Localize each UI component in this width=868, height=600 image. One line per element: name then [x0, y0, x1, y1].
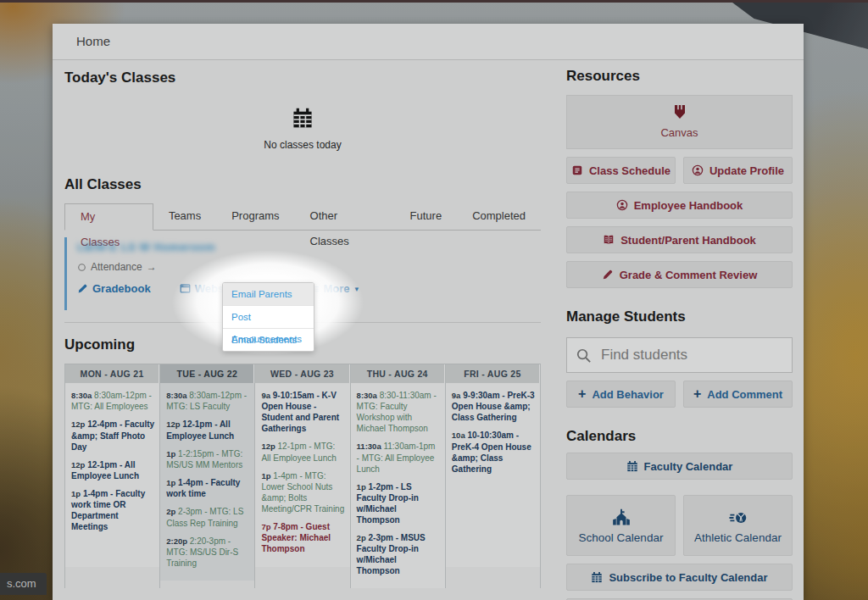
event-link[interactable]: 2:20p 2:20-3pm - MTG: MS/US Dir-S Traini… — [166, 536, 249, 569]
calendar-icon — [626, 460, 638, 472]
student-parent-handbook-button[interactable]: Student/Parent Handbook — [566, 226, 793, 253]
gradebook-button[interactable]: Gradebook — [77, 282, 151, 295]
arrow-right-icon: → — [147, 261, 157, 273]
event-link[interactable]: 8:30a 8:30am-12pm - MTG: All Employees — [71, 390, 154, 412]
event-link[interactable]: 8:30a 8:30am-12pm - MTG: LS Faculty — [166, 390, 249, 412]
event-time: 10a — [452, 431, 465, 440]
class-tabs: My ClassesTeamsProgramsOther ClassesFutu… — [64, 203, 541, 231]
manage-buttons-row: +Add Behavior+Add Comment — [566, 381, 793, 408]
tab-programs[interactable]: Programs — [216, 203, 294, 230]
tooltip-text: s.com — [7, 577, 36, 590]
event-link[interactable]: 12p 12-1pm - All Employee Lunch — [166, 419, 249, 441]
button-label: Update Profile — [709, 164, 784, 177]
event-link[interactable]: 11:30a 11:30am-1pm - MTG: All Employee L… — [357, 441, 440, 474]
schedule-icon — [571, 164, 583, 176]
search-icon — [576, 347, 592, 364]
event-text: 9-9:30am - PreK-3 Open House &amp; Class… — [452, 391, 535, 422]
canvas-logo-icon — [671, 103, 688, 120]
search-input[interactable] — [599, 346, 790, 364]
tab-teams[interactable]: Teams — [153, 203, 216, 230]
school-icon — [611, 508, 632, 528]
event-link[interactable]: 9a 9-9:30am - PreK-3 Open House &amp; Cl… — [452, 390, 535, 423]
tab-other-classes[interactable]: Other Classes — [295, 203, 395, 230]
event-link[interactable]: 12p 12-4pm - Faculty &amp; Staff Photo D… — [71, 419, 154, 452]
event-link[interactable]: 12p 12-1pm - All Employee Lunch — [71, 459, 154, 481]
event-link[interactable]: 1p 1-2pm - LS Faculty Drop-in w/Michael … — [357, 481, 440, 525]
more-dropdown-button[interactable]: ≡ More ▾ — [312, 282, 359, 295]
event-time: 9a — [261, 391, 270, 400]
button-label: Subscribe to Faculty Calendar — [609, 571, 767, 584]
find-students-search[interactable] — [566, 337, 793, 373]
event-text: 1-4pm - Faculty work time OR Department … — [71, 489, 145, 531]
tab-completed[interactable]: Completed — [457, 203, 541, 230]
main-card: Home Today's Classes No classes today Al… — [53, 24, 804, 600]
school-calendar-button[interactable]: School Calendar — [566, 495, 676, 556]
event-link[interactable]: 9a 9-10:15am - K-V Open House -Student a… — [261, 390, 344, 434]
faculty-calendar-button[interactable]: Faculty Calendar — [566, 453, 793, 480]
day-body: 8:30a 8:30am-12pm - MTG: LS Faculty12p 1… — [160, 383, 254, 581]
ball-icon — [728, 508, 748, 528]
canvas-tile-button[interactable]: Canvas — [566, 95, 793, 149]
class-schedule-button[interactable]: Class Schedule — [566, 157, 676, 184]
day-header: MON - AUG 21 — [65, 364, 159, 383]
menu-item-email-parents[interactable]: Email Parents — [223, 283, 314, 306]
athletic-calendar-button[interactable]: Athletic Calendar — [683, 495, 793, 556]
browser-top-strip — [0, 0, 868, 3]
pencil-icon — [77, 283, 88, 294]
add-comment-button[interactable]: +Add Comment — [683, 381, 793, 408]
event-link[interactable]: 2p 2-3pm - MTG: LS Class Rep Training — [166, 506, 249, 528]
plus-icon: + — [693, 388, 701, 400]
update-profile-button[interactable]: Update Profile — [683, 157, 793, 184]
manage-students-heading: Manage Students — [566, 308, 793, 325]
event-text: 2-3pm - MTG: LS Class Rep Training — [166, 507, 243, 527]
button-label: Class Schedule — [589, 164, 670, 177]
event-link[interactable]: 7p 7-8pm - Guest Speaker: Michael Thomps… — [261, 521, 344, 554]
event-link[interactable]: 1p 1-4pm - Faculty work time — [166, 477, 249, 499]
event-link[interactable]: 8:30a 8:30-11:30am - MTG: Faculty Worksh… — [357, 390, 440, 434]
event-text: 1-2pm - LS Faculty Drop-in w/Michael Tho… — [357, 482, 419, 525]
event-time: 2p — [357, 533, 366, 542]
tab-my-classes[interactable]: My Classes — [64, 203, 153, 231]
event-link[interactable]: 1p 1-2:15pm - MTG: MS/US MM Mentors — [166, 448, 249, 470]
attendance-link[interactable]: Attendance → — [77, 261, 541, 273]
day-header: WED - AUG 23 — [255, 364, 349, 383]
grade-comment-review-button[interactable]: Grade & Comment Review — [566, 261, 793, 288]
calendar-icon — [591, 571, 603, 583]
todays-classes-heading: Today's Classes — [64, 69, 541, 86]
attendance-label: Attendance — [91, 261, 142, 273]
event-link[interactable]: 10a 10-10:30am - PreK-4 Open House &amp;… — [452, 430, 535, 474]
all-classes-heading: All Classes — [64, 176, 541, 193]
event-time: 1p — [166, 449, 175, 458]
menu-item-post-announcements[interactable]: Post Announcements — [223, 306, 314, 329]
event-link[interactable]: 2p 2-3pm - MSUS Faculty Drop-in w/Michae… — [357, 532, 440, 576]
gradebook-label: Gradebook — [92, 282, 151, 295]
day-body: 8:30a 8:30am-12pm - MTG: All Employees12… — [65, 383, 159, 567]
button-label: Grade & Comment Review — [620, 269, 758, 281]
add-behavior-button[interactable]: +Add Behavior — [566, 381, 676, 408]
email-dropdown-menu: Email ParentsPost AnnouncementsEmail Stu… — [222, 282, 314, 352]
button-label: Employee Handbook — [634, 199, 743, 212]
upcoming-grid: MON - AUG 218:30a 8:30am-12pm - MTG: All… — [64, 364, 541, 588]
event-time: 1p — [71, 489, 81, 498]
screen: Home Today's Classes No classes today Al… — [0, 0, 868, 600]
day-header: FRI - AUG 25 — [446, 364, 540, 383]
event-text: 7-8pm - Guest Speaker: Michael Thompson — [261, 522, 331, 553]
subscribe-to-faculty-calendar-button[interactable]: Subscribe to Faculty Calendar — [566, 564, 793, 591]
button-label: Athletic Calendar — [694, 531, 782, 544]
employee-handbook-button[interactable]: Employee Handbook — [566, 192, 793, 219]
day-column: WED - AUG 239a 9-10:15am - K-V Open Hous… — [255, 364, 350, 588]
event-link[interactable]: 12p 12-1pm - MTG: All Employee Lunch — [261, 441, 344, 463]
tab-future[interactable]: Future — [395, 203, 458, 230]
event-text: 1-2:15pm - MTG: MS/US MM Mentors — [166, 449, 242, 469]
event-time: 8:30a — [166, 391, 186, 400]
class-name-link[interactable]: LB/M-E LS W Homeroom — [77, 241, 541, 253]
event-time: 11:30a — [357, 442, 381, 451]
event-link[interactable]: 1p 1-4pm - MTG: Lower School Nuts &amp; … — [261, 470, 344, 514]
calendar-tall-row: School CalendarAthletic Calendar — [566, 487, 793, 556]
event-time: 12p — [166, 419, 180, 429]
day-header: TUE - AUG 22 — [160, 364, 254, 383]
event-link[interactable]: 1p 1-4pm - Faculty work time OR Departme… — [71, 488, 154, 532]
circle-icon — [77, 263, 86, 272]
person-icon — [692, 164, 704, 176]
button-label: School Calendar — [579, 531, 664, 544]
